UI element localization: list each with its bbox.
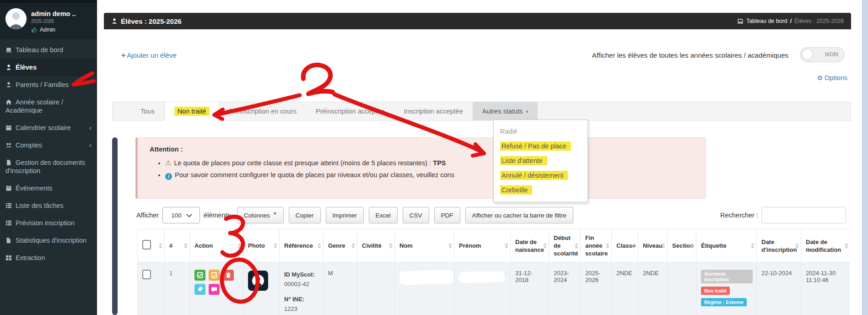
dropdown-item-label-highlighted: Liste d'attente bbox=[500, 156, 547, 165]
alert-warning-text: Le quota de places pour cette classe est… bbox=[174, 159, 433, 167]
sidebar-item-calendrier-scolaire[interactable]: Calendrier scolaire‹ bbox=[0, 119, 97, 136]
table-row: 1 ID MyScol: 00002-42 bbox=[138, 262, 851, 315]
edit-pencil-action-button[interactable] bbox=[209, 270, 220, 281]
ref-id-label: ID MyScol: bbox=[284, 271, 314, 278]
button-label: Colonnes bbox=[244, 212, 270, 219]
afficher-ou-cacher-la-barre-de-filtre-button[interactable]: Afficher ou cacher la barre de filtre bbox=[465, 207, 573, 223]
sidebar-menu: Tableau de bordÉlèvesParents / FamillesA… bbox=[0, 39, 97, 266]
comment-action-button[interactable] bbox=[209, 284, 220, 295]
row-number-link[interactable]: 1 bbox=[169, 270, 173, 277]
sidebar-item-extraction[interactable]: Extraction bbox=[0, 249, 97, 266]
tab-tous[interactable]: Tous bbox=[131, 102, 164, 120]
column-header-niveau[interactable]: Niveau bbox=[638, 229, 668, 262]
sidebar-item-label: Liste des tâches bbox=[16, 202, 64, 209]
column-header-date-de-modification[interactable]: Date de modification bbox=[801, 229, 851, 262]
autres-statuts-dropdown: RadiéRefusé / Pas de placeListe d'attent… bbox=[493, 119, 588, 202]
column-header-civilite[interactable]: Civilité bbox=[357, 229, 395, 262]
dropdown-item-liste-d-attente[interactable]: Liste d'attente bbox=[494, 153, 588, 168]
alert-title: Attention : bbox=[150, 146, 706, 153]
breadcrumb-separator: / bbox=[790, 18, 792, 24]
column-header-[interactable]: # bbox=[165, 229, 190, 262]
show-all-years-toggle[interactable]: NON bbox=[800, 47, 845, 62]
row-checkbox[interactable] bbox=[142, 270, 151, 279]
column-header-action[interactable]: Action bbox=[190, 229, 243, 262]
copier-button[interactable]: Copier bbox=[289, 207, 321, 223]
button-label: Copier bbox=[296, 212, 314, 219]
column-header-etiquette[interactable]: Étiquette bbox=[696, 229, 757, 262]
column-header-genre[interactable]: Genre bbox=[323, 229, 357, 262]
cell-number: 1 bbox=[165, 262, 190, 315]
sidebar-item-tableau-de-bord[interactable]: Tableau de bord bbox=[0, 41, 97, 59]
plus-icon: + bbox=[121, 51, 125, 59]
sidebar-item-annee-scolaire-academique[interactable]: Année scolaire / Académique bbox=[0, 93, 97, 119]
cell-section bbox=[668, 262, 696, 315]
sidebar-item-eleves[interactable]: Élèves bbox=[0, 59, 97, 76]
sidebar-item-liste-des-taches[interactable]: Liste des tâches bbox=[0, 197, 97, 214]
column-header-debut-de-scolarite[interactable]: Début de scolarité bbox=[549, 229, 581, 262]
cell-photo bbox=[243, 262, 280, 315]
column-header-prenom[interactable]: Prénom bbox=[454, 229, 511, 262]
column-header-section[interactable]: Section bbox=[668, 229, 696, 262]
sort-icon bbox=[448, 243, 452, 249]
cell-fin: 2025-2026 bbox=[581, 262, 612, 315]
sidebar-item-label: Tableau de bord bbox=[16, 46, 63, 54]
tag-action-button[interactable] bbox=[194, 284, 205, 295]
column-header-classe[interactable]: Classe bbox=[612, 229, 638, 262]
search-input[interactable] bbox=[761, 207, 846, 223]
dropdown-item-radie[interactable]: Radié bbox=[494, 124, 588, 139]
add-student-link[interactable]: +Ajouter un élève bbox=[121, 51, 177, 60]
options-button[interactable]: ⚙Options bbox=[817, 74, 847, 81]
page-size-select[interactable]: 100 bbox=[162, 207, 200, 223]
tab-non-traite[interactable]: Non traité bbox=[164, 102, 220, 121]
column-header-reference[interactable]: Référence bbox=[280, 229, 323, 262]
pdf-button[interactable]: PDF bbox=[434, 207, 460, 223]
excel-button[interactable]: Excel bbox=[369, 207, 398, 223]
inner-scrollbar[interactable] bbox=[112, 137, 118, 315]
tab-autres-statuts[interactable]: Autres statuts▾ bbox=[473, 102, 538, 120]
warning-icon: ⚠ bbox=[165, 159, 171, 167]
cell-debut: 2023-2024 bbox=[549, 262, 581, 315]
page-scrollbar[interactable] bbox=[862, 0, 868, 315]
sidebar-item-comptes[interactable]: Comptes‹ bbox=[0, 136, 97, 154]
breadcrumb-root[interactable]: Tableau de bord bbox=[746, 18, 787, 24]
column-header-date-de-naissance[interactable]: Date de naissance bbox=[511, 229, 549, 262]
button-label: Imprimer bbox=[333, 212, 357, 219]
user-year: 2025-2026 bbox=[31, 18, 76, 24]
column-header-date-d-inscription[interactable]: Date d'inscription bbox=[757, 229, 801, 262]
tab-label: Préinscription en cours bbox=[229, 108, 297, 115]
csv-button[interactable]: CSV bbox=[403, 207, 429, 223]
select-all-checkbox[interactable] bbox=[142, 240, 151, 250]
sidebar-item-statistiques-d-inscription[interactable]: Statistiques d'inscription bbox=[0, 232, 97, 249]
sidebar-item-label: Gestion des documents d'inscription bbox=[5, 159, 85, 174]
select-all-header[interactable] bbox=[138, 229, 165, 262]
check-square-action-button[interactable] bbox=[194, 270, 205, 281]
colonnes-button[interactable]: Colonnes▼ bbox=[237, 207, 284, 223]
student-photo[interactable] bbox=[248, 271, 268, 291]
sidebar-item-prevision-inscription[interactable]: Prévision inscription bbox=[0, 214, 97, 232]
cell-reference: ID MyScol: 00002-42 N° INE: 1223 bbox=[280, 262, 323, 315]
user-name: admin demo .. bbox=[31, 10, 76, 17]
search-box: Rechercher : bbox=[720, 207, 846, 223]
sidebar-item-gestion-des-documents-d-inscription[interactable]: Gestion des documents d'inscription bbox=[0, 154, 97, 179]
sidebar-item-evenements[interactable]: Événements bbox=[0, 179, 97, 197]
column-header-photo[interactable]: Photo bbox=[243, 229, 280, 262]
tab-inscription-acceptee[interactable]: Inscription acceptée bbox=[394, 102, 473, 120]
trash-action-button[interactable] bbox=[223, 270, 234, 281]
column-header-nom[interactable]: Nom bbox=[395, 229, 454, 262]
dropdown-item-refuse-pas-de-place[interactable]: Refusé / Pas de place bbox=[494, 139, 588, 153]
sidebar-item-parents-familles[interactable]: Parents / Familles bbox=[0, 76, 97, 93]
column-header-fin-annee-scolaire[interactable]: Fin année scolaire bbox=[581, 229, 612, 262]
quota-alert: Attention : ⚠Le quota de places pour cet… bbox=[135, 137, 706, 199]
column-header-label: Action bbox=[194, 242, 213, 249]
dropdown-item-corbeille[interactable]: Corbeille bbox=[494, 183, 588, 197]
column-header-label: Étiquette bbox=[701, 242, 727, 249]
tab-label: Préinscription acceptée bbox=[316, 108, 385, 115]
tab-preinscription-en-cours[interactable]: Préinscription en cours bbox=[220, 102, 307, 120]
sort-icon bbox=[505, 243, 508, 249]
imprimer-button[interactable]: Imprimer bbox=[326, 207, 364, 223]
dropdown-item-annule-desistement[interactable]: Annulé / désistement bbox=[494, 168, 588, 183]
tab-preinscription-acceptee[interactable]: Préinscription acceptée bbox=[306, 102, 394, 120]
alert-list: ⚠Le quota de places pour cette classe es… bbox=[138, 157, 706, 181]
alert-warning-item: ⚠Le quota de places pour cette classe es… bbox=[165, 157, 706, 169]
avatar-image bbox=[5, 8, 27, 29]
